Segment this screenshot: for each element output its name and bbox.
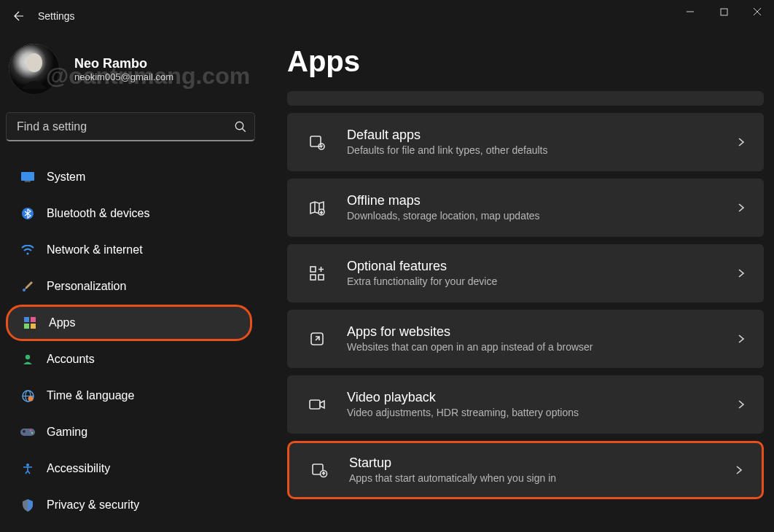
card-default-apps[interactable]: Default apps Defaults for file and link … [287, 113, 764, 171]
card-subtitle: Downloads, storage location, map updates [347, 209, 736, 224]
sidebar-item-label: Apps [49, 316, 75, 329]
sidebar-item-gaming[interactable]: Gaming [6, 414, 249, 450]
arrow-left-icon [12, 9, 26, 23]
svg-point-22 [28, 396, 33, 401]
main-content: Apps Default apps Defaults for file and … [262, 32, 774, 532]
titlebar: Settings [0, 0, 774, 32]
card-title: Startup [349, 455, 734, 472]
card-offline-maps[interactable]: Offline maps Downloads, storage location… [287, 179, 764, 237]
brush-icon [17, 281, 38, 292]
svg-point-18 [26, 355, 30, 359]
sidebar-item-privacy[interactable]: Privacy & security [6, 487, 249, 523]
sidebar-item-apps[interactable]: Apps [6, 305, 252, 341]
minimize-button[interactable] [673, 0, 707, 23]
sidebar-item-label: Personalization [47, 280, 126, 293]
sidebar-item-label: Time & language [47, 389, 134, 402]
startup-icon [307, 462, 332, 478]
sidebar-item-label: Accessibility [47, 462, 110, 475]
profile-name: Neo Rambo [74, 56, 173, 71]
card-title: Offline maps [347, 192, 736, 209]
video-icon [305, 397, 329, 412]
svg-rect-23 [20, 429, 35, 436]
card-title: Optional features [347, 258, 736, 275]
sidebar-item-personalization[interactable]: Personalization [6, 268, 249, 305]
monitor-icon [17, 172, 38, 182]
search-icon [234, 120, 247, 133]
svg-rect-14 [24, 317, 29, 322]
svg-rect-34 [310, 400, 320, 409]
app-launch-icon [305, 331, 329, 347]
svg-rect-32 [318, 275, 324, 280]
avatar [9, 44, 60, 95]
back-button[interactable] [6, 3, 32, 29]
sidebar-item-time-language[interactable]: Time & language [6, 378, 249, 414]
nav-list: System Bluetooth & devices Network & int… [6, 150, 262, 523]
svg-rect-30 [310, 267, 316, 272]
chevron-right-icon [736, 399, 746, 410]
card-video-playback[interactable]: Video playback Video adjustments, HDR st… [287, 375, 764, 434]
chevron-right-icon [734, 465, 744, 475]
maximize-icon [720, 8, 728, 16]
shield-icon [17, 499, 38, 512]
maximize-button[interactable] [707, 0, 740, 23]
wifi-icon [17, 245, 38, 255]
window-controls [673, 0, 774, 23]
card-apps-websites[interactable]: Apps for websites Websites that can open… [287, 310, 764, 368]
sidebar-item-label: Gaming [47, 426, 87, 439]
svg-rect-1 [721, 9, 727, 15]
svg-rect-31 [310, 275, 316, 280]
chevron-right-icon [736, 203, 746, 213]
sidebar-item-accessibility[interactable]: Accessibility [6, 450, 249, 487]
card-subtitle: Apps that start automatically when you s… [349, 472, 734, 486]
apps-icon [20, 317, 40, 329]
card-subtitle: Extra functionality for your device [347, 275, 736, 289]
grid-plus-icon [305, 265, 329, 281]
svg-point-26 [26, 463, 29, 466]
sidebar-item-label: System [47, 171, 85, 184]
card-optional-features[interactable]: Optional features Extra functionality fo… [287, 244, 764, 302]
avatar-photo [9, 44, 60, 95]
person-icon [17, 353, 38, 365]
sidebar-item-label: Network & internet [47, 243, 143, 257]
bluetooth-icon [17, 208, 38, 219]
svg-point-13 [23, 289, 26, 292]
svg-point-24 [30, 430, 32, 432]
profile-block[interactable]: Neo Rambo neokim005@gmail.com @oantriman… [6, 32, 262, 112]
sidebar: Neo Rambo neokim005@gmail.com @oantriman… [0, 32, 262, 532]
svg-rect-16 [24, 324, 29, 329]
svg-point-25 [31, 432, 34, 434]
card-title: Default apps [347, 127, 736, 144]
search-field[interactable] [6, 112, 255, 141]
sidebar-item-label: Accounts [47, 353, 95, 366]
card-startup[interactable]: Startup Apps that start automatically wh… [287, 441, 764, 499]
svg-rect-15 [31, 317, 36, 322]
svg-rect-17 [31, 324, 36, 329]
card-cutoff[interactable] [287, 91, 764, 106]
sidebar-item-label: Privacy & security [47, 498, 139, 512]
globe-icon [17, 390, 38, 402]
sidebar-item-bluetooth[interactable]: Bluetooth & devices [6, 195, 249, 232]
accessibility-icon [17, 463, 38, 474]
gamepad-icon [17, 427, 38, 437]
page-title: Apps [287, 45, 764, 78]
card-title: Apps for websites [347, 324, 736, 340]
chevron-right-icon [736, 137, 746, 147]
svg-point-12 [26, 252, 28, 254]
sidebar-item-system[interactable]: System [6, 159, 249, 195]
sidebar-item-label: Bluetooth & devices [47, 207, 149, 220]
window-title: Settings [38, 10, 75, 22]
svg-point-7 [235, 122, 243, 130]
chevron-right-icon [736, 268, 746, 278]
card-subtitle: Defaults for file and link types, other … [347, 144, 736, 158]
close-button[interactable] [740, 0, 774, 23]
search-input[interactable] [17, 120, 234, 133]
card-subtitle: Websites that can open in an app instead… [347, 340, 736, 355]
sidebar-item-network[interactable]: Network & internet [6, 232, 249, 268]
profile-email: neokim005@gmail.com [74, 71, 173, 82]
minimize-icon [686, 7, 695, 16]
sidebar-item-accounts[interactable]: Accounts [6, 341, 249, 378]
card-title: Video playback [347, 389, 736, 406]
card-subtitle: Video adjustments, HDR streaming, batter… [347, 406, 736, 420]
svg-rect-10 [25, 181, 31, 182]
default-apps-icon [305, 133, 329, 151]
